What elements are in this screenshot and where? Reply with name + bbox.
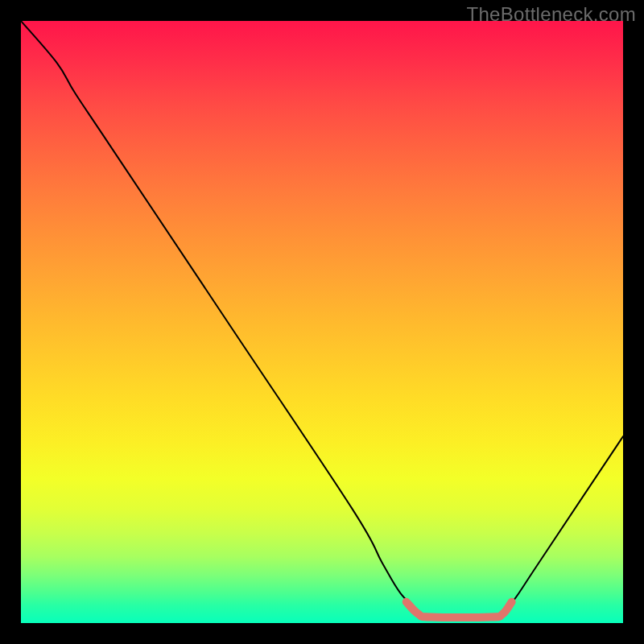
- watermark-text: TheBottleneck.com: [466, 3, 636, 26]
- chart-plot-area: [21, 21, 623, 623]
- chart-gradient-background: [21, 21, 623, 623]
